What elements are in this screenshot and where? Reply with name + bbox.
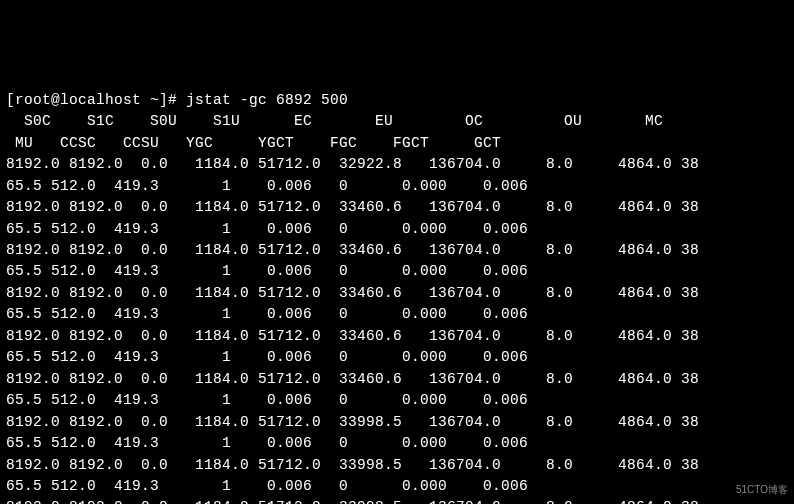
data-row: 65.5 512.0 419.3 1 0.006 0 0.000 0.006 bbox=[6, 306, 528, 322]
shell-prompt: [root@localhost ~]# bbox=[6, 92, 186, 108]
data-row: 65.5 512.0 419.3 1 0.006 0 0.000 0.006 bbox=[6, 349, 528, 365]
data-row: 8192.0 8192.0 0.0 1184.0 51712.0 33998.5… bbox=[6, 414, 699, 430]
terminal-output: [root@localhost ~]# jstat -gc 6892 500 S… bbox=[6, 90, 788, 504]
data-row: 8192.0 8192.0 0.0 1184.0 51712.0 33460.6… bbox=[6, 199, 699, 215]
data-row: 65.5 512.0 419.3 1 0.006 0 0.000 0.006 bbox=[6, 435, 528, 451]
data-row: 65.5 512.0 419.3 1 0.006 0 0.000 0.006 bbox=[6, 178, 528, 194]
data-row: 65.5 512.0 419.3 1 0.006 0 0.000 0.006 bbox=[6, 392, 528, 408]
data-row: 8192.0 8192.0 0.0 1184.0 51712.0 33460.6… bbox=[6, 371, 699, 387]
data-row: 65.5 512.0 419.3 1 0.006 0 0.000 0.006 bbox=[6, 221, 528, 237]
data-row: 8192.0 8192.0 0.0 1184.0 51712.0 33460.6… bbox=[6, 328, 699, 344]
data-row: 8192.0 8192.0 0.0 1184.0 51712.0 33998.5… bbox=[6, 457, 699, 473]
data-row: 8192.0 8192.0 0.0 1184.0 51712.0 33460.6… bbox=[6, 242, 699, 258]
header-line-2: MU CCSC CCSU YGC YGCT FGC FGCT GCT bbox=[6, 135, 501, 151]
data-row: 65.5 512.0 419.3 1 0.006 0 0.000 0.006 bbox=[6, 478, 528, 494]
watermark-text: 51CTO博客 bbox=[736, 483, 788, 498]
header-line-1: S0C S1C S0U S1U EC EU OC OU MC bbox=[6, 113, 663, 129]
data-row: 8192.0 8192.0 0.0 1184.0 51712.0 33998.5… bbox=[6, 499, 699, 504]
data-row: 8192.0 8192.0 0.0 1184.0 51712.0 33460.6… bbox=[6, 285, 699, 301]
data-row: 8192.0 8192.0 0.0 1184.0 51712.0 32922.8… bbox=[6, 156, 699, 172]
data-row: 65.5 512.0 419.3 1 0.006 0 0.000 0.006 bbox=[6, 263, 528, 279]
command-text: jstat -gc 6892 500 bbox=[186, 92, 348, 108]
